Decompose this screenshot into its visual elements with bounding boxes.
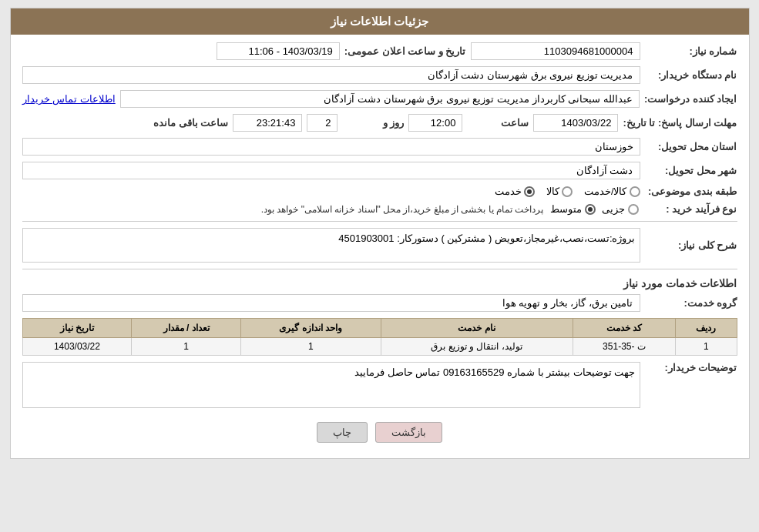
col-row-num: ردیف xyxy=(676,319,737,338)
category-row: طبقه بندی موضوعی: کالا/خدمت کالا خدمت xyxy=(22,186,737,197)
back-button[interactable]: بازگشت xyxy=(375,422,442,443)
date-label: تاریخ و ساعت اعلان عمومی: xyxy=(344,45,466,57)
process-desc: پرداخت تمام یا بخشی از مبلغ خرید،از محل … xyxy=(261,204,544,215)
city-row: شهر محل تحویل: دشت آزادگان xyxy=(22,162,737,179)
process-mid-radio[interactable] xyxy=(585,204,596,215)
print-button[interactable]: چاپ xyxy=(317,422,368,443)
deadline-label: مهلت ارسال پاسخ: تا تاریخ: xyxy=(623,117,737,129)
services-section-title: اطلاعات خدمات مورد نیاز xyxy=(22,277,737,289)
process-row: نوع فرآیند خرید : جزیی متوسط پرداخت تمام… xyxy=(22,203,737,215)
cat-goods-label: کالا xyxy=(546,186,559,197)
cell-quantity: 1 xyxy=(132,338,241,356)
content-area: شماره نیاز: 1103094681000004 تاریخ و ساع… xyxy=(11,35,749,458)
need-desc-value: بروژه:تست،نصب،غیرمجاز،تعویض ( مشترکین ) … xyxy=(22,228,640,263)
buyer-comment-row: توضیحات خریدار: جهت توضیحات بیشتر با شما… xyxy=(22,362,737,408)
divider-2 xyxy=(22,269,737,269)
city-label: شهر محل تحویل: xyxy=(645,165,737,176)
province-value: خوزستان xyxy=(22,138,640,156)
creator-label: ایجاد کننده درخواست: xyxy=(644,93,737,105)
deadline-remaining-label: ساعت باقی مانده xyxy=(153,117,228,129)
province-row: استان محل تحویل: خوزستان xyxy=(22,138,737,156)
bottom-buttons: بازگشت چاپ xyxy=(22,414,737,450)
creator-value: عبدالله سبحانی کاربرداز مدیریت توزیع نیر… xyxy=(120,90,640,108)
city-value: دشت آزادگان xyxy=(22,162,640,179)
need-number-label: شماره نیاز: xyxy=(645,45,737,57)
province-label: استان محل تحویل: xyxy=(645,141,737,152)
deadline-days: 2 xyxy=(307,114,338,132)
cell-unit: 1 xyxy=(241,338,381,356)
table-row: 1 ت -35-351 تولید، انتقال و توزیع برق 1 … xyxy=(22,338,737,356)
need-desc-row: شرح کلی نیاز: بروژه:تست،نصب،غیرمجاز،تعوی… xyxy=(22,228,737,263)
category-label: طبقه بندی موضوعی: xyxy=(645,186,737,197)
col-date: تاریخ نیاز xyxy=(22,319,132,338)
org-name-label: نام دستگاه خریدار: xyxy=(645,69,737,81)
services-table: ردیف کد خدمت نام خدمت واحد اندازه گیری ت… xyxy=(22,318,737,356)
cell-row-num: 1 xyxy=(676,338,737,356)
contact-link[interactable]: اطلاعات تماس خریدار xyxy=(22,93,116,105)
cat-service-option[interactable]: خدمت xyxy=(495,186,535,197)
header-title: جزئیات اطلاعات نیاز xyxy=(331,15,428,28)
cell-service-code: ت -35-351 xyxy=(573,338,676,356)
org-name-value: مدیریت توزیع نیروی برق شهرستان دشت آزادگ… xyxy=(22,66,640,84)
services-table-section: ردیف کد خدمت نام خدمت واحد اندازه گیری ت… xyxy=(22,318,737,356)
process-part-radio[interactable] xyxy=(628,204,639,215)
col-unit: واحد اندازه گیری xyxy=(241,319,381,338)
category-options: کالا/خدمت کالا خدمت xyxy=(495,186,640,197)
cat-goods-service-option[interactable]: کالا/خدمت xyxy=(584,186,640,197)
process-part-label: جزیی xyxy=(602,203,625,215)
cat-service-label: خدمت xyxy=(495,186,522,197)
deadline-remaining: 23:21:43 xyxy=(233,114,302,132)
deadline-days-label: روز و xyxy=(342,117,404,129)
service-group-label: گروه خدمت: xyxy=(645,297,737,309)
need-number-value: 1103094681000004 xyxy=(471,42,640,60)
col-service-name: نام خدمت xyxy=(381,319,573,338)
cat-goods-radio[interactable] xyxy=(562,186,573,197)
buyer-comment-value: جهت توضیحات بیشتر با شماره 09163165529 ت… xyxy=(22,362,640,408)
org-name-row: نام دستگاه خریدار: مدیریت توزیع نیروی بر… xyxy=(22,66,737,84)
cat-service-radio[interactable] xyxy=(524,186,535,197)
deadline-time: 12:00 xyxy=(408,114,462,132)
col-service-code: کد خدمت xyxy=(573,319,676,338)
deadline-date: 1403/03/22 xyxy=(533,114,618,132)
need-desc-label: شرح کلی نیاز: xyxy=(645,239,737,251)
process-mid-option[interactable]: متوسط xyxy=(550,203,596,215)
need-number-row: شماره نیاز: 1103094681000004 تاریخ و ساع… xyxy=(22,42,737,60)
cat-goods-service-label: کالا/خدمت xyxy=(584,186,627,197)
page-header: جزئیات اطلاعات نیاز xyxy=(11,8,749,35)
main-container: جزئیات اطلاعات نیاز شماره نیاز: 11030946… xyxy=(10,8,750,459)
process-mid-label: متوسط xyxy=(550,203,582,215)
date-value: 1403/03/19 - 11:06 xyxy=(217,42,340,60)
creator-row: ایجاد کننده درخواست: عبدالله سبحانی کارب… xyxy=(22,90,737,108)
deadline-time-label: ساعت xyxy=(467,117,529,129)
process-part-option[interactable]: جزیی xyxy=(602,203,639,215)
process-label: نوع فرآیند خرید : xyxy=(645,203,737,215)
cat-goods-service-radio[interactable] xyxy=(630,186,640,197)
col-quantity: تعداد / مقدار xyxy=(132,319,241,338)
table-header-row: ردیف کد خدمت نام خدمت واحد اندازه گیری ت… xyxy=(22,319,737,338)
deadline-row: مهلت ارسال پاسخ: تا تاریخ: 1403/03/22 سا… xyxy=(22,114,737,132)
cat-goods-option[interactable]: کالا xyxy=(546,186,573,197)
cell-service-name: تولید، انتقال و توزیع برق xyxy=(381,338,573,356)
service-group-value: تامین برق، گاز، بخار و تهویه هوا xyxy=(22,294,640,312)
service-group-row: گروه خدمت: تامین برق، گاز، بخار و تهویه … xyxy=(22,294,737,312)
divider-1 xyxy=(22,221,737,222)
cell-date: 1403/03/22 xyxy=(22,338,132,356)
buyer-comment-label: توضیحات خریدار: xyxy=(645,362,737,373)
